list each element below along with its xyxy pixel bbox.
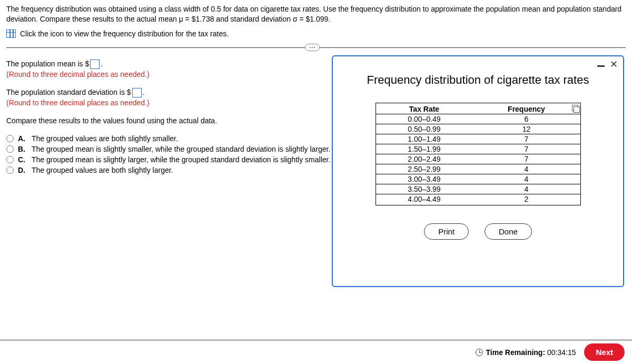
choice-radio-d[interactable] (6, 166, 14, 174)
choice-text: The grouped mean is slightly smaller, wh… (32, 145, 330, 153)
table-row: 2.50–2.994 (376, 164, 580, 174)
table-icon[interactable] (6, 29, 16, 38)
choice-letter: A. (18, 134, 25, 143)
done-button[interactable]: Done (485, 223, 532, 240)
table-row: 4.00–4.492 (376, 194, 580, 204)
view-distribution-link[interactable]: Click the icon to view the frequency dis… (20, 29, 229, 38)
cell-tax-rate: 2.50–2.99 (376, 164, 473, 174)
choice-radio-c[interactable] (6, 156, 14, 163)
choice-letter: B. (18, 145, 25, 153)
choice-letter: D. (18, 166, 25, 174)
time-remaining-label: Time Remaining: (486, 348, 546, 357)
cell-frequency: 7 (472, 144, 580, 154)
table-row: 1.00–1.497 (376, 134, 580, 144)
copy-icon[interactable] (572, 105, 578, 111)
choice-text: The grouped mean is slightly larger, whi… (32, 155, 330, 164)
table-row: 3.00–3.494 (376, 174, 580, 184)
frequency-distribution-modal: ✕ Frequency distribution of cigarette ta… (332, 55, 624, 287)
choice-text: The grouped values are both slightly lar… (32, 166, 173, 174)
cell-frequency: 6 (472, 114, 580, 124)
choice-text: The grouped values are both slightly sma… (32, 134, 178, 143)
print-button[interactable]: Print (424, 223, 469, 240)
cell-frequency: 4 (472, 164, 580, 174)
std-label-prefix: The population standard deviation is $ (6, 88, 131, 96)
cell-tax-rate: 4.00–4.49 (376, 194, 473, 204)
std-label-suffix: . (143, 88, 145, 96)
mean-input[interactable] (90, 60, 100, 69)
minimize-icon[interactable] (597, 65, 605, 67)
cell-tax-rate: 2.00–2.49 (376, 154, 473, 164)
next-button[interactable]: Next (584, 343, 625, 361)
col-frequency: Frequency (472, 104, 580, 114)
cell-frequency: 2 (472, 194, 580, 204)
cell-tax-rate: 1.50–1.99 (376, 144, 473, 154)
footer-bar: Time Remaining: 00:34:15 Next (0, 340, 632, 364)
cell-frequency: 4 (472, 174, 580, 184)
cell-tax-rate: 0.00–0.49 (376, 114, 473, 124)
cell-frequency: 12 (472, 124, 580, 134)
mean-label-suffix: . (101, 60, 103, 68)
cell-tax-rate: 3.50–3.99 (376, 184, 473, 194)
choice-letter: C. (18, 155, 25, 164)
table-row: 2.00–2.497 (376, 154, 580, 164)
cell-tax-rate: 3.00–3.49 (376, 174, 473, 184)
close-icon[interactable]: ✕ (610, 61, 618, 68)
frequency-table: Tax Rate Frequency 0.00–0.4960.50–0.9912… (376, 103, 581, 205)
cell-frequency: 4 (472, 184, 580, 194)
choice-radio-a[interactable] (6, 135, 14, 142)
cell-frequency: 7 (472, 134, 580, 144)
more-dots-icon[interactable] (305, 44, 320, 51)
col-tax-rate: Tax Rate (376, 104, 473, 114)
mean-label-prefix: The population mean is $ (6, 60, 89, 68)
cell-frequency: 7 (472, 154, 580, 164)
cell-tax-rate: 1.00–1.49 (376, 134, 473, 144)
table-row: 0.50–0.9912 (376, 124, 580, 134)
cell-tax-rate: 0.50–0.99 (376, 124, 473, 134)
clock-icon (476, 349, 483, 356)
divider (6, 47, 626, 48)
modal-title: Frequency distribution of cigarette tax … (342, 73, 614, 87)
time-remaining-value: 00:34:15 (547, 348, 576, 357)
choice-radio-b[interactable] (6, 145, 14, 153)
table-row: 3.50–3.994 (376, 184, 580, 194)
std-input[interactable] (132, 88, 142, 97)
table-row: 0.00–0.496 (376, 114, 580, 124)
table-row: 1.50–1.997 (376, 144, 580, 154)
question-prompt: The frequency distribution was obtained … (6, 4, 626, 24)
